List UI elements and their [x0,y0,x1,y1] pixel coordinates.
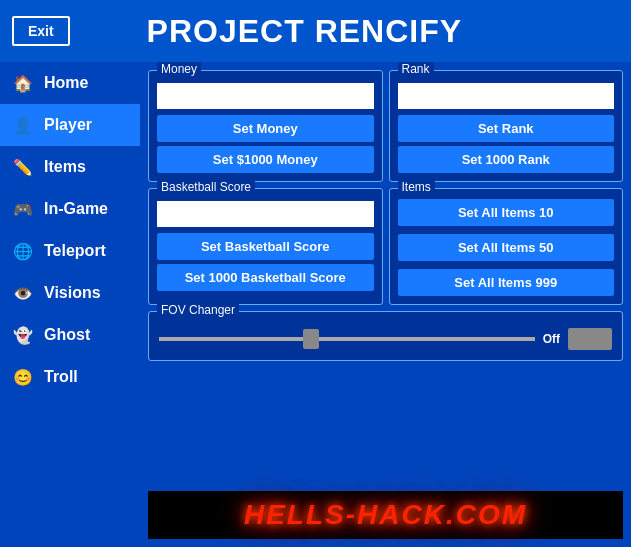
exit-button[interactable]: Exit [12,16,70,46]
rank-panel-label: Rank [398,62,434,76]
visions-icon: 👁️ [12,282,34,304]
fov-panel: FOV Changer Off [148,311,623,361]
main-layout: 🏠 Home 👤 Player ✏️ Items 🎮 In-Game 🌐 Tel… [0,62,631,547]
troll-icon: 😊 [12,366,34,388]
ghost-icon: 👻 [12,324,34,346]
sidebar-label-items: Items [44,158,86,176]
sidebar-item-home[interactable]: 🏠 Home [0,62,140,104]
set-1000-basketball-button[interactable]: Set 1000 Basketball Score [157,264,374,291]
row-money-rank: Money Set Money Set $1000 Money Rank Set… [148,70,623,182]
teleport-icon: 🌐 [12,240,34,262]
sidebar-item-items[interactable]: ✏️ Items [0,146,140,188]
set-rank-button[interactable]: Set Rank [398,115,615,142]
sidebar-label-ghost: Ghost [44,326,90,344]
sidebar-label-troll: Troll [44,368,78,386]
player-icon: 👤 [12,114,34,136]
fov-off-label: Off [543,332,560,346]
set-basketball-button[interactable]: Set Basketball Score [157,233,374,260]
sidebar: 🏠 Home 👤 Player ✏️ Items 🎮 In-Game 🌐 Tel… [0,62,140,547]
fov-toggle-button[interactable] [568,328,612,350]
app-title: PROJECT RENCIFY [70,13,539,50]
sidebar-item-ghost[interactable]: 👻 Ghost [0,314,140,356]
header: Exit PROJECT RENCIFY [0,0,631,62]
home-icon: 🏠 [12,72,34,94]
sidebar-label-home: Home [44,74,88,92]
sidebar-item-teleport[interactable]: 🌐 Teleport [0,230,140,272]
set-items-50-button[interactable]: Set All Items 50 [398,234,615,261]
sidebar-item-visions[interactable]: 👁️ Visions [0,272,140,314]
money-panel-label: Money [157,62,201,76]
sidebar-item-ingame[interactable]: 🎮 In-Game [0,188,140,230]
set-money-button[interactable]: Set Money [157,115,374,142]
money-panel: Money Set Money Set $1000 Money [148,70,383,182]
fov-panel-label: FOV Changer [157,303,239,317]
set-items-10-button[interactable]: Set All Items 10 [398,199,615,226]
rank-input[interactable] [398,83,615,109]
items-icon: ✏️ [12,156,34,178]
sidebar-item-troll[interactable]: 😊 Troll [0,356,140,398]
basketball-panel: Basketball Score Set Basketball Score Se… [148,188,383,305]
banner-text: HELLS-HACK.COM [244,499,527,530]
basketball-input[interactable] [157,201,374,227]
row-basketball-items: Basketball Score Set Basketball Score Se… [148,188,623,305]
fov-row: Off [159,328,612,350]
sidebar-label-teleport: Teleport [44,242,106,260]
money-input[interactable] [157,83,374,109]
items-panel-label: Items [398,180,435,194]
fov-slider[interactable] [159,337,535,341]
sidebar-label-ingame: In-Game [44,200,108,218]
sidebar-label-player: Player [44,116,92,134]
bottom-banner: HELLS-HACK.COM [148,491,623,539]
set-items-999-button[interactable]: Set All Items 999 [398,269,615,296]
set-1000-money-button[interactable]: Set $1000 Money [157,146,374,173]
sidebar-label-visions: Visions [44,284,101,302]
sidebar-item-player[interactable]: 👤 Player [0,104,140,146]
ingame-icon: 🎮 [12,198,34,220]
set-1000-rank-button[interactable]: Set 1000 Rank [398,146,615,173]
items-panel: Items Set All Items 10 Set All Items 50 … [389,188,624,305]
rank-panel: Rank Set Rank Set 1000 Rank [389,70,624,182]
basketball-panel-label: Basketball Score [157,180,255,194]
content-area: Money Set Money Set $1000 Money Rank Set… [140,62,631,547]
